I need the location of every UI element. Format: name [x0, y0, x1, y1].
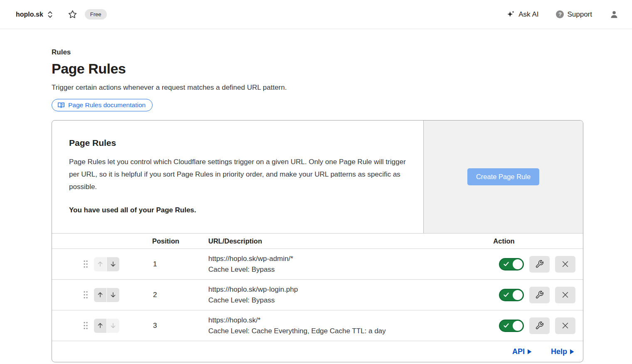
- question-circle-icon: ?: [556, 10, 564, 18]
- move-up-button[interactable]: [94, 319, 106, 333]
- support-menu[interactable]: ? Support: [556, 10, 592, 19]
- plan-badge: Free: [85, 9, 107, 20]
- rule-enabled-toggle[interactable]: [499, 289, 524, 301]
- rule-position: 2: [152, 291, 208, 299]
- right-triangle-icon: [527, 349, 532, 354]
- card-heading: Page Rules: [69, 138, 407, 148]
- card-footer: API Help: [52, 341, 583, 362]
- wrench-icon: [535, 290, 544, 299]
- checkmark-icon: [504, 293, 509, 297]
- delete-rule-button[interactable]: [555, 287, 575, 303]
- move-down-button[interactable]: [107, 288, 119, 302]
- ask-ai-button[interactable]: Ask AI: [506, 10, 538, 19]
- close-x-icon: [561, 260, 569, 268]
- edit-rule-button[interactable]: [529, 287, 550, 303]
- move-up-button[interactable]: [94, 288, 106, 302]
- sparkle-icon: [506, 10, 515, 19]
- rule-url: https://hoplo.sk/*: [208, 315, 424, 326]
- main-content: Rules Page Rules Trigger certain actions…: [52, 48, 583, 362]
- create-rule-panel: Create Page Rule: [423, 121, 583, 233]
- edit-rule-button[interactable]: [529, 317, 550, 334]
- zone-name: hoplo.sk: [16, 11, 43, 18]
- usage-notice: You have used all of your Page Rules.: [69, 206, 407, 214]
- wrench-icon: [535, 260, 544, 268]
- delete-rule-button[interactable]: [555, 256, 575, 273]
- chevron-up-down-icon: [47, 10, 53, 19]
- breadcrumb: Rules: [52, 48, 583, 57]
- checkmark-icon: [504, 262, 509, 266]
- rule-position: 1: [152, 260, 208, 268]
- rule-settings: Cache Level: Bypass: [208, 264, 424, 275]
- help-link[interactable]: Help: [551, 347, 574, 356]
- move-down-button[interactable]: [107, 319, 119, 333]
- page-title: Page Rules: [52, 61, 583, 77]
- right-triangle-icon: [570, 349, 574, 354]
- edit-rule-button[interactable]: [529, 256, 550, 273]
- rule-url: https://hoplo.sk/wp-login.php: [208, 284, 424, 295]
- favorite-star-icon[interactable]: [68, 10, 77, 19]
- column-header-position: Position: [152, 237, 208, 245]
- delete-rule-button[interactable]: [555, 317, 575, 334]
- open-book-icon: [57, 101, 65, 109]
- card-body-text: Page Rules let you control which Cloudfl…: [69, 156, 407, 193]
- rule-settings: Cache Level: Cache Everything, Edge Cach…: [208, 326, 424, 337]
- column-header-action: Action: [424, 237, 583, 245]
- table-header: Position URL/Description Action: [52, 233, 583, 249]
- toggle-knob: [513, 321, 523, 331]
- api-link-label: API: [512, 347, 525, 356]
- page-rules-card: Page Rules Page Rules let you control wh…: [52, 120, 583, 362]
- card-info: Page Rules Page Rules let you control wh…: [52, 121, 423, 233]
- move-up-button[interactable]: [94, 257, 106, 271]
- docs-link-button[interactable]: Page Rules documentation: [52, 99, 153, 111]
- close-x-icon: [561, 291, 569, 299]
- column-header-url: URL/Description: [208, 237, 424, 245]
- drag-handle-icon[interactable]: [83, 321, 89, 330]
- top-navbar: hoplo.sk Free Ask AI ?: [0, 0, 632, 29]
- toggle-knob: [513, 290, 523, 300]
- create-page-rule-button[interactable]: Create Page Rule: [467, 168, 539, 185]
- ask-ai-label: Ask AI: [518, 10, 538, 19]
- support-label: Support: [567, 10, 592, 19]
- docs-link-label: Page Rules documentation: [68, 101, 146, 109]
- page-rule-row: 1 https://hoplo.sk/wp-admin/* Cache Leve…: [52, 249, 583, 280]
- rule-settings: Cache Level: Bypass: [208, 295, 424, 306]
- page-rule-row: 3 https://hoplo.sk/* Cache Level: Cache …: [52, 310, 583, 341]
- api-link[interactable]: API: [512, 347, 532, 356]
- rule-url: https://hoplo.sk/wp-admin/*: [208, 253, 424, 264]
- page-description: Trigger certain actions whenever a reque…: [52, 84, 583, 92]
- page-rule-row: 2 https://hoplo.sk/wp-login.php Cache Le…: [52, 280, 583, 310]
- close-x-icon: [561, 322, 569, 330]
- checkmark-icon: [504, 323, 509, 328]
- rule-position: 3: [152, 322, 208, 330]
- help-link-label: Help: [551, 347, 567, 356]
- account-icon[interactable]: [610, 10, 619, 19]
- rule-enabled-toggle[interactable]: [499, 258, 524, 271]
- move-down-button[interactable]: [107, 257, 119, 271]
- toggle-knob: [513, 259, 523, 269]
- wrench-icon: [535, 321, 544, 330]
- rule-enabled-toggle[interactable]: [499, 320, 524, 332]
- drag-handle-icon[interactable]: [83, 260, 89, 268]
- drag-handle-icon[interactable]: [83, 290, 89, 299]
- zone-selector[interactable]: hoplo.sk: [16, 10, 53, 19]
